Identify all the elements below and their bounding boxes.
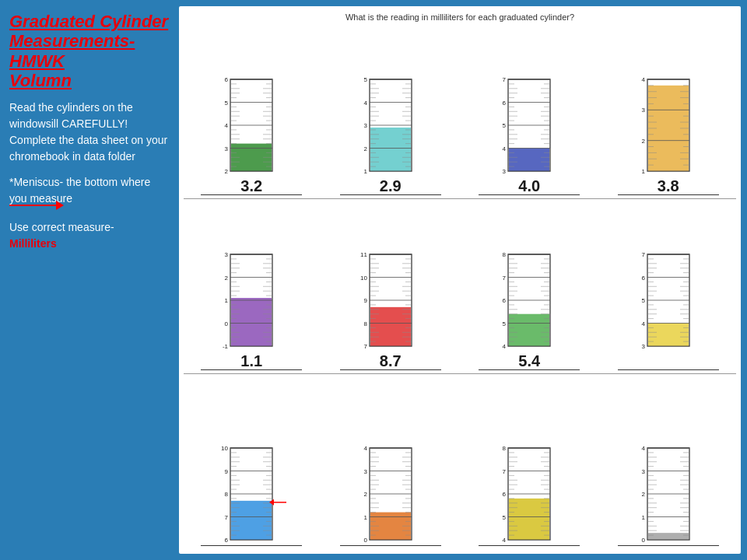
svg-text:2: 2: [641, 491, 645, 498]
svg-text:3: 3: [225, 251, 229, 258]
svg-rect-261: [509, 314, 549, 346]
svg-text:2: 2: [363, 491, 367, 498]
cylinder-2-1: 01234: [340, 443, 441, 544]
svg-text:7: 7: [503, 468, 507, 475]
svg-text:1: 1: [641, 514, 645, 521]
svg-text:6: 6: [641, 275, 645, 282]
svg-text:2: 2: [641, 137, 645, 144]
answer-value: 3.2: [240, 177, 262, 195]
svg-text:9: 9: [363, 297, 367, 304]
measure-note: Use correct measure- Milliliters: [9, 219, 170, 252]
row-1: -10123789101145678345671.18.75.4: [184, 202, 736, 375]
answer-slot-1-3: [618, 352, 719, 370]
svg-text:5: 5: [503, 320, 507, 327]
answer-underline: [201, 545, 302, 546]
svg-text:8: 8: [503, 445, 507, 452]
cylinder-svg: 23456: [216, 75, 286, 176]
svg-text:5: 5: [225, 99, 229, 106]
row-0: 23456123453456712343.22.94.03.8: [184, 26, 736, 199]
cylinder-1-3: 34567: [618, 250, 719, 351]
svg-text:4: 4: [503, 537, 507, 544]
cylinder-2-0: 678910: [201, 443, 302, 544]
svg-text:-1: -1: [223, 343, 229, 350]
title-link[interactable]: Graduated Cylinder Measurements- HMWK Vo…: [9, 12, 170, 90]
cylinder-svg: 01234: [356, 443, 426, 544]
cylinder-1-1: 7891011: [340, 250, 441, 351]
cylinder-svg: 34567: [633, 250, 703, 351]
svg-text:5: 5: [503, 122, 507, 129]
cylinder-svg: 1234: [633, 75, 703, 176]
cylinder-svg: -10123: [216, 250, 286, 351]
cylinder-1-0: -10123: [201, 250, 302, 351]
svg-text:7: 7: [363, 343, 367, 350]
cylinder-1-2: 45678: [479, 250, 580, 351]
svg-text:11: 11: [360, 251, 367, 258]
svg-text:1: 1: [225, 297, 229, 304]
svg-text:7: 7: [503, 76, 507, 83]
answer-underline: [618, 545, 719, 546]
svg-text:8: 8: [225, 491, 229, 498]
cylinder-svg: 45678: [494, 443, 564, 544]
answer-value: 5.4: [518, 352, 540, 370]
answer-underline: [618, 369, 719, 370]
answer-slot-0-3: 3.8: [618, 177, 719, 195]
answer-value: 4.0: [518, 177, 540, 195]
cylinder-svg: 12345: [356, 75, 426, 176]
svg-text:4: 4: [641, 445, 645, 452]
svg-text:3: 3: [363, 468, 367, 475]
answer-slot-0-2: 4.0: [479, 177, 580, 195]
svg-text:4: 4: [503, 145, 507, 152]
svg-text:8: 8: [503, 251, 507, 258]
svg-rect-351: [231, 501, 272, 540]
svg-rect-443: [509, 499, 549, 540]
answer-value: 3.8: [658, 177, 679, 195]
svg-text:3: 3: [225, 145, 229, 152]
answer-slot-1-2: 5.4: [479, 352, 580, 370]
answer-value: 1.1: [240, 352, 262, 370]
svg-text:0: 0: [641, 537, 645, 544]
answer-value: 2.9: [380, 177, 402, 195]
cylinder-svg: 7891011: [356, 250, 426, 351]
svg-rect-46: [370, 128, 411, 171]
svg-text:2: 2: [363, 145, 367, 152]
svg-text:6: 6: [225, 76, 229, 83]
svg-rect-488: [648, 533, 689, 540]
svg-text:4: 4: [503, 343, 507, 350]
svg-text:3: 3: [363, 122, 367, 129]
cylinder-2-3: 01234: [618, 443, 719, 544]
svg-text:6: 6: [225, 537, 229, 544]
svg-text:4: 4: [363, 99, 367, 106]
cylinder-0-3: 1234: [618, 75, 719, 176]
answer-slot-0-1: 2.9: [340, 177, 441, 195]
svg-text:2: 2: [225, 168, 229, 175]
svg-text:3: 3: [641, 107, 645, 114]
cylinder-0-2: 34567: [479, 75, 580, 176]
svg-text:9: 9: [225, 468, 229, 475]
svg-rect-306: [648, 324, 689, 347]
svg-text:6: 6: [503, 297, 507, 304]
svg-text:10: 10: [360, 275, 367, 282]
cylinder-svg: 34567: [494, 75, 564, 176]
svg-text:1: 1: [641, 168, 645, 175]
cylinder-0-0: 23456: [201, 75, 302, 176]
svg-text:10: 10: [221, 445, 228, 452]
svg-text:0: 0: [225, 320, 229, 327]
cylinder-svg: 678910: [216, 443, 286, 544]
right-panel: What is the reading in milliliters for e…: [179, 6, 741, 554]
cylinder-svg: 01234: [633, 443, 703, 544]
answer-slot-1-1: 8.7: [340, 352, 441, 370]
svg-text:7: 7: [641, 251, 645, 258]
svg-text:7: 7: [225, 514, 229, 521]
svg-text:4: 4: [363, 445, 367, 452]
answer-value: 8.7: [380, 352, 402, 370]
row-2: 678910012344567801234: [184, 377, 736, 549]
svg-rect-216: [370, 307, 411, 346]
answer-slot-1-0: 1.1: [201, 352, 302, 370]
cylinder-2-2: 45678: [479, 443, 580, 544]
instructions: Read the cylinders on the windowsill CAR…: [9, 100, 170, 165]
svg-text:3: 3: [641, 343, 645, 350]
svg-text:4: 4: [641, 320, 645, 327]
svg-text:5: 5: [503, 514, 507, 521]
svg-text:3: 3: [641, 468, 645, 475]
cylinder-0-1: 12345: [340, 75, 441, 176]
